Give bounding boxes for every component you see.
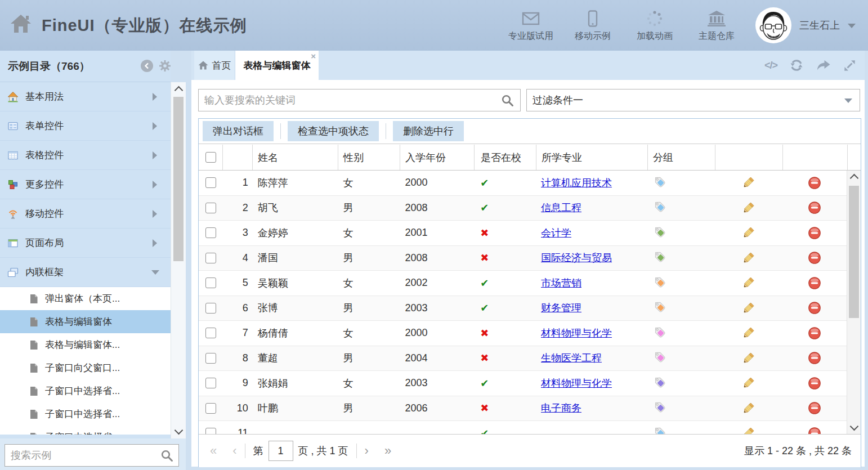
major-link[interactable]: 会计学: [541, 226, 571, 240]
user-menu-chevron-down-icon[interactable]: [848, 24, 856, 28]
nav-trial[interactable]: 专业版试用: [500, 8, 562, 42]
delete-icon[interactable]: [808, 251, 821, 265]
delete-icon[interactable]: [808, 351, 821, 365]
sidebar-group-grid[interactable]: 表格控件: [0, 141, 171, 170]
delete-icon[interactable]: [808, 201, 821, 214]
sidebar-subitem[interactable]: 子窗口中选择省...: [0, 379, 171, 402]
edit-icon[interactable]: [741, 376, 755, 390]
sidebar-scrollbar[interactable]: [171, 82, 186, 438]
check-selection-button[interactable]: 检查选中项状态: [288, 121, 379, 141]
delete-icon[interactable]: [808, 226, 821, 240]
row-checkbox[interactable]: [205, 203, 216, 213]
sidebar-search-input[interactable]: [5, 445, 178, 466]
row-checkbox[interactable]: [205, 277, 216, 288]
row-checkbox[interactable]: [205, 378, 216, 388]
edit-icon[interactable]: [741, 251, 755, 265]
edit-icon[interactable]: [741, 301, 755, 315]
delete-icon[interactable]: [808, 427, 821, 434]
collapse-sidebar-icon[interactable]: [141, 60, 153, 72]
sidebar-subitem[interactable]: 表格与编辑窗体...: [0, 333, 171, 356]
first-page-icon[interactable]: «: [210, 445, 217, 457]
delete-icon[interactable]: [808, 176, 821, 190]
edit-icon[interactable]: [741, 326, 755, 340]
nav-loading-anim[interactable]: 加载动画: [624, 8, 686, 42]
header-enrolled[interactable]: 是否在校: [475, 145, 536, 170]
table-scrollbar[interactable]: [847, 171, 861, 434]
sidebar-subitem[interactable]: 子窗口中选择省...: [0, 426, 171, 435]
major-link[interactable]: 材料物理与化学: [541, 377, 612, 390]
major-link[interactable]: 电子商务: [541, 401, 581, 415]
sidebar-subitem[interactable]: 子窗口中选择省...: [0, 402, 171, 426]
select-all-checkbox[interactable]: [205, 152, 216, 163]
row-checkbox[interactable]: [205, 328, 216, 338]
row-checkbox[interactable]: [205, 253, 216, 263]
header-name[interactable]: 姓名: [253, 145, 338, 170]
next-page-icon[interactable]: ›: [365, 445, 369, 457]
delete-icon[interactable]: [808, 377, 821, 390]
sidebar-group-basic[interactable]: 基本用法: [0, 82, 171, 111]
nav-mobile-demo[interactable]: 移动示例: [562, 8, 624, 42]
delete-icon[interactable]: [808, 301, 821, 315]
scroll-up-icon[interactable]: [175, 86, 184, 95]
major-link[interactable]: 市场营销: [541, 276, 581, 290]
nav-theme-store[interactable]: 主题仓库: [686, 8, 748, 42]
row-checkbox[interactable]: [205, 227, 216, 238]
edit-icon[interactable]: [741, 201, 755, 215]
username[interactable]: 三生石上: [799, 0, 840, 51]
delete-icon[interactable]: [808, 326, 821, 340]
sidebar-group-mobile[interactable]: 移动控件: [0, 199, 171, 229]
header-group[interactable]: 分组: [648, 145, 715, 170]
major-link[interactable]: 材料物理与化学: [541, 326, 612, 340]
scroll-down-icon[interactable]: [850, 422, 859, 431]
open-dialog-button[interactable]: 弹出对话框: [203, 121, 274, 141]
close-icon[interactable]: ×: [311, 52, 316, 60]
delete-icon[interactable]: [808, 276, 821, 290]
scrollbar-thumb[interactable]: [849, 186, 859, 318]
delete-rows-button[interactable]: 删除选中行: [393, 121, 464, 141]
scroll-up-icon[interactable]: [850, 174, 859, 183]
sidebar-subitem[interactable]: 弹出窗体（本页...: [0, 287, 171, 310]
sidebar-group-layout[interactable]: 页面布局: [0, 229, 171, 258]
row-checkbox[interactable]: [205, 353, 216, 364]
major-link[interactable]: 计算机应用技术: [541, 176, 612, 190]
edit-icon[interactable]: [741, 226, 755, 240]
edit-icon[interactable]: [741, 426, 755, 434]
refresh-icon[interactable]: [789, 58, 804, 73]
sidebar-group-more[interactable]: 更多控件: [0, 170, 171, 199]
major-link[interactable]: 国际经济与贸易: [541, 251, 612, 265]
expand-icon[interactable]: [843, 59, 857, 73]
prev-page-icon[interactable]: ‹: [232, 445, 236, 457]
header-gender[interactable]: 性别: [338, 145, 400, 170]
page-number-input[interactable]: [269, 441, 293, 461]
last-page-icon[interactable]: »: [384, 445, 391, 457]
row-checkbox[interactable]: [205, 428, 216, 434]
major-link[interactable]: 信息工程: [541, 201, 581, 214]
header-year[interactable]: 入学年份: [400, 145, 475, 170]
row-checkbox[interactable]: [205, 403, 216, 414]
row-checkbox[interactable]: [205, 177, 216, 188]
share-icon[interactable]: [816, 59, 831, 72]
row-checkbox[interactable]: [205, 303, 216, 314]
sidebar-subitem[interactable]: 表格与编辑窗体: [0, 310, 171, 333]
search-icon[interactable]: [501, 94, 514, 110]
sidebar-group-form[interactable]: 表单控件: [0, 111, 171, 141]
filter-dropdown[interactable]: 过滤条件一: [526, 89, 860, 111]
avatar[interactable]: [755, 7, 791, 43]
header-major[interactable]: 所学专业: [536, 145, 648, 170]
major-link[interactable]: 财务管理: [541, 301, 581, 315]
sidebar-subitem[interactable]: 子窗口向父窗口...: [0, 356, 171, 379]
edit-icon[interactable]: [741, 176, 755, 190]
sidebar-group-iframe[interactable]: 内联框架: [0, 258, 171, 287]
source-code-icon[interactable]: </>: [764, 60, 777, 71]
gear-icon[interactable]: [159, 60, 171, 74]
edit-icon[interactable]: [741, 276, 755, 290]
tab-active[interactable]: 表格与编辑窗体 ×: [235, 51, 319, 80]
delete-icon[interactable]: [808, 401, 821, 415]
scrollbar-thumb[interactable]: [173, 97, 184, 261]
edit-icon[interactable]: [741, 351, 755, 365]
scroll-down-icon[interactable]: [175, 426, 184, 435]
keyword-search-input[interactable]: [199, 89, 520, 111]
edit-icon[interactable]: [741, 401, 755, 415]
major-link[interactable]: 生物医学工程: [541, 351, 602, 365]
tab-home[interactable]: 首页: [194, 51, 235, 80]
